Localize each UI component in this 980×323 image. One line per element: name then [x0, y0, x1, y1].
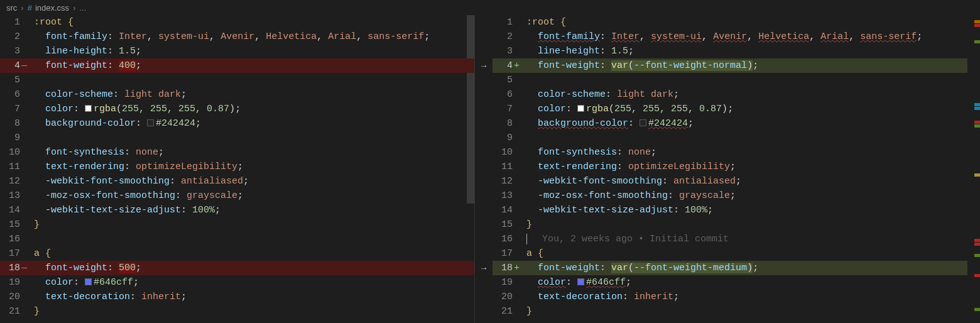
line-number[interactable]: 10 — [0, 145, 30, 160]
code-line[interactable]: 5 — [493, 73, 967, 87]
line-number[interactable]: 5 — [493, 73, 523, 87]
code-line[interactable]: 4 font-weight: var(--font-weight-normal)… — [493, 58, 967, 73]
code-line[interactable]: 12 -webkit-font-smoothing: antialiased; — [0, 174, 474, 189]
code-content[interactable]: font-weight: var(--font-weight-normal); — [523, 58, 967, 73]
code-line[interactable]: 10 font-synthesis: none; — [0, 145, 474, 160]
line-number[interactable]: 17 — [0, 246, 30, 261]
color-swatch-icon[interactable] — [85, 278, 92, 285]
code-content[interactable]: -moz-osx-font-smoothing: grayscale; — [30, 189, 474, 203]
line-number[interactable]: 11 — [493, 160, 523, 174]
code-content[interactable]: color-scheme: light dark; — [30, 87, 474, 102]
diff-arrow-icon[interactable] — [475, 30, 493, 44]
line-number[interactable]: 7 — [0, 102, 30, 116]
overview-mark[interactable] — [974, 173, 980, 177]
line-number[interactable]: 1 — [493, 15, 523, 30]
code-content[interactable]: text-rendering: optimizeLegibility; — [523, 160, 967, 174]
code-content[interactable]: text-rendering: optimizeLegibility; — [30, 160, 474, 174]
overview-mark[interactable] — [974, 40, 980, 43]
line-number[interactable]: 8 — [493, 116, 523, 131]
code-content[interactable]: -webkit-text-size-adjust: 100%; — [30, 203, 474, 217]
code-line[interactable]: 2 font-family: Inter, system-ui, Avenir,… — [493, 30, 967, 44]
code-content[interactable]: line-height: 1.5; — [523, 44, 967, 58]
code-content[interactable]: text-decoration: inherit; — [30, 290, 474, 304]
code-line[interactable]: 4 font-weight: 400; — [0, 58, 474, 73]
code-content[interactable]: background-color: #242424; — [30, 116, 474, 131]
code-content[interactable]: :root { — [30, 15, 474, 30]
line-number[interactable]: 3 — [0, 44, 30, 58]
code-content[interactable]: a { — [523, 246, 967, 261]
overview-mark[interactable] — [974, 24, 980, 27]
diff-arrow-icon[interactable] — [475, 131, 493, 145]
color-swatch-icon[interactable] — [147, 119, 154, 126]
breadcrumb-tail[interactable]: ... — [79, 3, 86, 13]
code-content[interactable]: You, 2 weeks ago • Initial commit — [523, 232, 967, 246]
line-number[interactable]: 15 — [0, 217, 30, 232]
code-content[interactable]: -moz-osx-font-smoothing: grayscale; — [523, 189, 967, 203]
code-line[interactable]: 19 color: #646cff; — [493, 275, 967, 290]
code-content[interactable]: font-family: Inter, system-ui, Avenir, H… — [30, 30, 474, 44]
code-line[interactable]: 20 text-decoration: inherit; — [493, 290, 967, 304]
code-content[interactable]: color-scheme: light dark; — [523, 87, 967, 102]
line-number[interactable]: 2 — [493, 30, 523, 44]
code-line[interactable]: 21} — [493, 304, 967, 319]
code-content[interactable]: color: rgba(255, 255, 255, 0.87); — [523, 102, 967, 116]
diff-arrow-icon[interactable] — [475, 145, 493, 160]
overview-mark[interactable] — [974, 20, 980, 23]
code-line[interactable]: 13 -moz-osx-font-smoothing: grayscale; — [0, 189, 474, 203]
line-number[interactable]: 11 — [0, 160, 30, 174]
line-number[interactable]: 16 — [0, 232, 30, 246]
line-number[interactable]: 1 — [0, 15, 30, 30]
breadcrumb[interactable]: src › # index.css › ... — [0, 0, 980, 15]
code-line[interactable]: 1:root { — [0, 15, 474, 30]
line-number[interactable]: 10 — [493, 145, 523, 160]
code-content[interactable]: -webkit-font-smoothing: antialiased; — [30, 174, 474, 189]
breadcrumb-folder[interactable]: src — [6, 3, 17, 13]
color-swatch-icon[interactable] — [640, 119, 646, 126]
code-line[interactable]: 13 -moz-osx-font-smoothing: grayscale; — [493, 189, 967, 203]
code-line[interactable]: 7 color: rgba(255, 255, 255, 0.87); — [0, 102, 474, 116]
code-content[interactable]: a { — [30, 246, 474, 261]
line-number[interactable]: 19 — [493, 275, 523, 290]
code-line[interactable]: 7 color: rgba(255, 255, 255, 0.87); — [493, 102, 967, 116]
breadcrumb-file[interactable]: index.css — [35, 3, 69, 13]
line-number[interactable]: 7 — [493, 102, 523, 116]
line-number[interactable]: 17 — [493, 246, 523, 261]
code-content[interactable]: } — [30, 217, 474, 232]
code-line[interactable]: 9 — [493, 131, 967, 145]
line-number[interactable]: 18 — [493, 261, 523, 275]
overview-mark[interactable] — [974, 274, 980, 277]
code-line[interactable]: 15} — [493, 217, 967, 232]
overview-ruler[interactable] — [967, 15, 980, 323]
color-swatch-icon[interactable] — [577, 278, 584, 285]
diff-editor[interactable]: 1:root {2 font-family: Inter, system-ui,… — [0, 15, 980, 323]
line-number[interactable]: 13 — [0, 189, 30, 203]
line-number[interactable]: 21 — [0, 304, 30, 319]
diff-pane-modified[interactable]: 1:root {2 font-family: Inter, system-ui,… — [493, 15, 967, 323]
code-line[interactable]: 19 color: #646cff; — [0, 275, 474, 290]
line-number[interactable]: 4 — [0, 58, 30, 73]
diff-arrow-icon[interactable] — [475, 73, 493, 87]
code-content[interactable] — [30, 73, 474, 87]
code-line[interactable]: 16You, 2 weeks ago • Initial commit — [493, 232, 967, 246]
code-line[interactable]: 10 font-synthesis: none; — [493, 145, 967, 160]
diff-arrow-icon[interactable] — [475, 160, 493, 174]
code-line[interactable]: 18 font-weight: 500; — [0, 261, 474, 275]
diff-arrow-icon[interactable] — [475, 116, 493, 131]
line-number[interactable]: 13 — [493, 189, 523, 203]
diff-arrow-icon[interactable] — [475, 275, 493, 290]
overview-mark[interactable] — [974, 121, 980, 124]
line-number[interactable]: 6 — [0, 87, 30, 102]
line-number[interactable]: 9 — [0, 131, 30, 145]
code-line[interactable]: 12 -webkit-font-smoothing: antialiased; — [493, 174, 967, 189]
code-line[interactable]: 3 line-height: 1.5; — [0, 44, 474, 58]
code-line[interactable]: 21} — [0, 304, 474, 319]
overview-mark[interactable] — [974, 103, 980, 106]
overview-mark[interactable] — [974, 124, 980, 128]
diff-pane-original[interactable]: 1:root {2 font-family: Inter, system-ui,… — [0, 15, 475, 323]
diff-arrow-icon[interactable]: → — [475, 261, 493, 275]
code-content[interactable] — [523, 73, 967, 87]
code-content[interactable] — [30, 232, 474, 246]
line-number[interactable]: 5 — [0, 73, 30, 87]
line-number[interactable]: 14 — [0, 203, 30, 217]
code-line[interactable]: 15} — [0, 217, 474, 232]
